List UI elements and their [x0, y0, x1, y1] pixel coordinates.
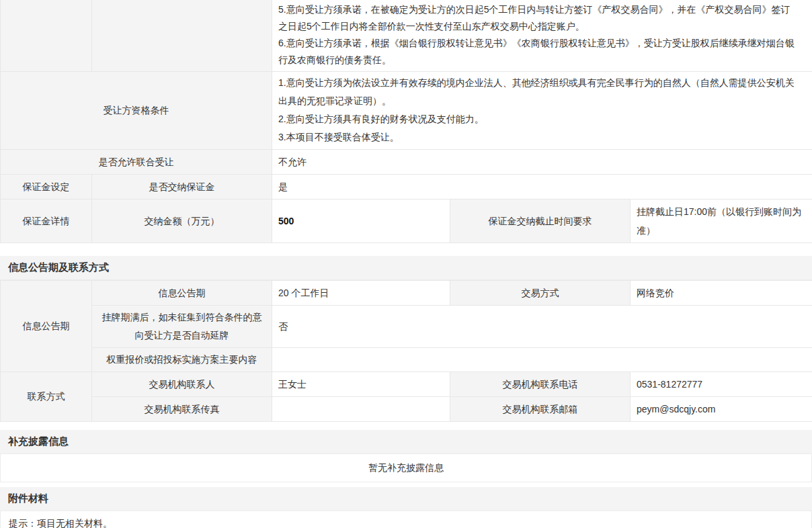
table-row: 交易机构联系传真 交易机构联系邮箱 peym@sdcqjy.com	[1, 397, 812, 422]
contact-person-value: 王女士	[272, 372, 450, 397]
deposit-deadline-label: 保证金交纳截止时间要求	[450, 200, 631, 243]
contact-email-label: 交易机构联系邮箱	[450, 397, 631, 422]
qualification-value-cell: 1.意向受让方须为依法设立并有效存续的境内企业法人、其他经济组织或具有完全民事行…	[272, 72, 812, 150]
supplement-empty-notice: 暂无补充披露信息	[0, 454, 812, 482]
table-row: 保证金详情 交纳金额（万元） 500 保证金交纳截止时间要求 挂牌截止日17:0…	[1, 200, 812, 243]
deposit-setting-group-label: 保证金设定	[1, 175, 92, 200]
deposit-amount-value: 500	[272, 200, 450, 243]
deposit-amount-label: 交纳金额（万元）	[92, 200, 272, 243]
table-row: 受让方资格条件 1.意向受让方须为依法设立并有效存续的境内企业法人、其他经济组织…	[1, 72, 812, 150]
announcement-group-label: 信息公告期	[1, 281, 92, 372]
info-contact-table: 信息公告期 信息公告期 20 个工作日 交易方式 网络竞价 挂牌期满后，如未征集…	[0, 280, 812, 422]
listing-detail-page: 5.意向受让方须承诺，在被确定为受让方的次日起5个工作日内与转让方签订《产权交易…	[0, 0, 812, 528]
announcement-period-value: 20 个工作日	[272, 281, 450, 306]
transfer-conditions-table: 5.意向受让方须承诺，在被确定为受让方的次日起5个工作日内与转让方签订《产权交易…	[0, 0, 812, 243]
contact-group-label: 联系方式	[1, 372, 92, 422]
section-title: 补充披露信息	[8, 435, 69, 448]
qualification-item-2: 2.意向受让方须具有良好的财务状况及支付能力。	[278, 110, 799, 128]
deposit-deadline-value: 挂牌截止日17:00前（以银行到账时间为准）	[631, 200, 812, 243]
contact-person-label: 交易机构联系人	[92, 372, 272, 397]
deposit-detail-group-label: 保证金详情	[1, 200, 92, 243]
section-gap	[0, 243, 812, 256]
table-row: 5.意向受让方须承诺，在被确定为受让方的次日起5个工作日内与转让方签订《产权交易…	[1, 0, 812, 72]
trade-method-value: 网络竞价	[631, 281, 812, 306]
table-row: 信息公告期 信息公告期 20 个工作日 交易方式 网络竞价	[1, 281, 812, 306]
auto-extension-value: 否	[272, 306, 812, 348]
section-title: 信息公告期及联系方式	[8, 261, 109, 274]
contact-phone-label: 交易机构联系电话	[450, 372, 631, 397]
bidding-plan-label: 权重报价或招投标实施方案主要内容	[92, 348, 272, 372]
qualification-item-3: 3.本项目不接受联合体受让。	[278, 128, 799, 146]
qualification-item-1: 1.意向受让方须为依法设立并有效存续的境内企业法人、其他经济组织或具有完全民事行…	[278, 74, 799, 110]
table-row: 保证金设定 是否交纳保证金 是	[1, 175, 812, 200]
sub-label-empty-cell	[92, 0, 272, 72]
table-row: 是否允许联合受让 不允许	[1, 150, 812, 175]
qualification-label: 受让方资格条件	[1, 72, 272, 150]
auto-extension-label: 挂牌期满后，如未征集到符合条件的意向受让方是否自动延牌	[92, 306, 272, 348]
attachment-section-header: 附件材料	[0, 487, 812, 511]
joint-transfer-value: 不允许	[272, 150, 812, 175]
bidding-plan-value	[272, 348, 812, 372]
section-title: 附件材料	[8, 492, 48, 505]
trade-method-label: 交易方式	[450, 281, 631, 306]
section-gap	[0, 422, 812, 430]
announcement-period-label: 信息公告期	[92, 281, 272, 306]
contact-fax-value	[272, 397, 450, 422]
commitment-item-5: 5.意向受让方须承诺，在被确定为受让方的次日起5个工作日内与转让方签订《产权交易…	[278, 1, 799, 35]
section-gap	[0, 482, 812, 487]
deposit-required-label: 是否交纳保证金	[92, 175, 272, 200]
contact-fax-label: 交易机构联系传真	[92, 397, 272, 422]
info-contact-section-header: 信息公告期及联系方式	[0, 256, 812, 280]
contact-email-value: peym@sdcqjy.com	[631, 397, 812, 422]
deposit-required-value: 是	[272, 175, 812, 200]
table-row: 权重报价或招投标实施方案主要内容	[1, 348, 812, 372]
attachment-empty-notice: 提示：项目无相关材料。	[0, 511, 812, 528]
commitment-item-6: 6.意向受让方须承诺，根据《烟台银行股权转让意见书》《农商银行股权转让意见书》，…	[278, 35, 799, 69]
joint-transfer-label: 是否允许联合受让	[1, 150, 272, 175]
transferee-commitment-cell: 5.意向受让方须承诺，在被确定为受让方的次日起5个工作日内与转让方签订《产权交易…	[272, 0, 812, 72]
contact-phone-value: 0531-81272777	[631, 372, 812, 397]
table-row: 挂牌期满后，如未征集到符合条件的意向受让方是否自动延牌 否	[1, 306, 812, 348]
group-label-empty-cell	[1, 0, 92, 72]
table-row: 联系方式 交易机构联系人 王女士 交易机构联系电话 0531-81272777	[1, 372, 812, 397]
supplement-section-header: 补充披露信息	[0, 430, 812, 454]
